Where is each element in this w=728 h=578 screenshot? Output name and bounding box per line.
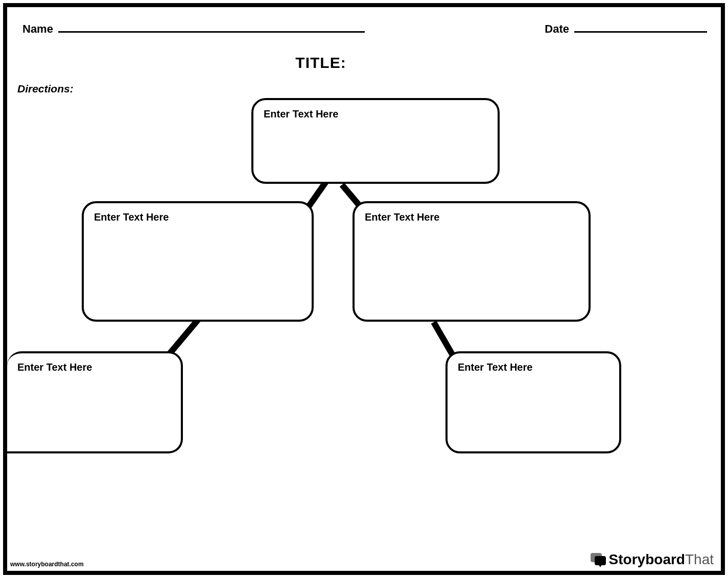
box-placeholder: Enter Text Here: [458, 362, 609, 373]
box-placeholder: Enter Text Here: [264, 108, 487, 120]
diagram-canvas: Enter Text Here Enter Text Here Enter Te…: [7, 7, 721, 571]
logo-text-thin: That: [685, 551, 714, 567]
diagram-box-3[interactable]: Enter Text Here: [353, 201, 591, 322]
worksheet-frame: Name Date TITLE: Directions: Enter Text …: [3, 3, 725, 575]
diagram-box-5[interactable]: Enter Text Here: [445, 351, 621, 453]
footer-url: www.storyboardthat.com: [10, 561, 84, 568]
logo-text-bold: Storyboard: [609, 551, 685, 567]
footer-logo: StoryboardThat: [591, 551, 714, 568]
diagram-box-4[interactable]: Enter Text Here: [7, 351, 183, 453]
box-placeholder: Enter Text Here: [94, 211, 301, 223]
diagram-box-2[interactable]: Enter Text Here: [82, 201, 314, 322]
speech-bubbles-icon: [591, 553, 606, 566]
box-placeholder: Enter Text Here: [17, 362, 171, 373]
box-placeholder: Enter Text Here: [365, 211, 578, 223]
diagram-box-1[interactable]: Enter Text Here: [251, 98, 500, 184]
